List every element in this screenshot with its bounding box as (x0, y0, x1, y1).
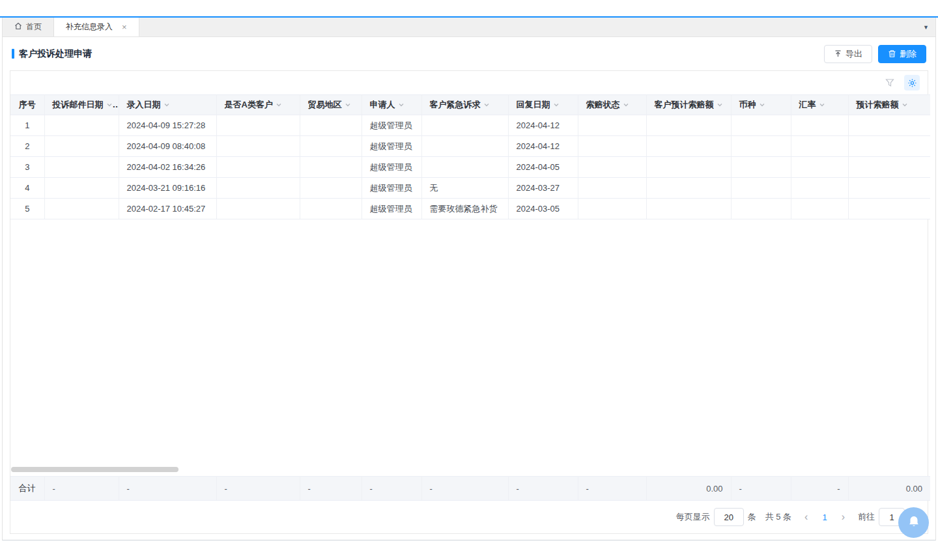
table-cell (731, 136, 791, 157)
table-cell (791, 157, 848, 178)
table-cell: 2024-04-12 (508, 115, 578, 136)
table-panel: 序号投诉邮件日期录入日期是否A类客户贸易地区申请人客户紧急诉求回复日期索赔状态客… (10, 70, 928, 534)
settings-gear-icon[interactable] (904, 75, 920, 91)
tab-active[interactable]: 补充信息录入 × (54, 18, 139, 36)
table-cell (646, 157, 731, 178)
table-cell (731, 178, 791, 199)
table-cell: 1 (10, 115, 44, 136)
home-icon (14, 22, 22, 32)
export-button[interactable]: 导出 (824, 45, 872, 63)
table-cell (848, 115, 930, 136)
per-page-unit: 条 (748, 511, 756, 523)
table-row[interactable]: 22024-04-09 08:40:08超级管理员2024-04-12 (10, 136, 930, 157)
table-wrap: 序号投诉邮件日期录入日期是否A类客户贸易地区申请人客户紧急诉求回复日期索赔状态客… (10, 94, 928, 219)
filter-icon[interactable] (882, 75, 898, 91)
table-cell (216, 157, 300, 178)
table-cell: 超级管理员 (362, 199, 421, 219)
table-cell (578, 199, 646, 219)
per-page-input[interactable] (714, 508, 744, 526)
h-scrollbar-thumb[interactable] (11, 467, 178, 472)
summary-cell: - (119, 477, 216, 501)
table-cell (216, 199, 300, 219)
table-header-cell: 序号 (10, 95, 44, 115)
title-accent-bar (12, 49, 14, 59)
table-cell (731, 199, 791, 219)
table-cell: 4 (10, 178, 44, 199)
table-cell: 2024-04-02 16:34:26 (119, 157, 216, 178)
table-cell: 2024-02-17 10:45:27 (119, 199, 216, 219)
table-header-cell[interactable]: 贸易地区 (300, 95, 362, 115)
table-cell (791, 178, 848, 199)
summary-row: 合计--------0.00--0.00 (10, 477, 930, 501)
sort-caret-icon (759, 102, 765, 108)
table-cell (44, 115, 119, 136)
upload-icon (834, 49, 842, 58)
prev-page-icon[interactable]: ‹ (801, 512, 812, 522)
table-header-cell[interactable]: 是否A类客户 (216, 95, 300, 115)
tab-overflow-caret-icon[interactable]: ▼ (923, 18, 929, 36)
table-cell (646, 178, 731, 199)
tab-close-icon[interactable]: × (122, 23, 127, 31)
pagination: 每页显示 条 共 5 条 ‹ 1 › 前往 页 (10, 501, 928, 533)
notification-fab[interactable] (898, 507, 929, 538)
delete-button[interactable]: 删除 (878, 45, 926, 63)
bottom-strip (0, 540, 938, 560)
table-cell: 无 (421, 178, 508, 199)
sort-caret-icon (902, 102, 908, 108)
table-cell (216, 178, 300, 199)
table-cell (731, 157, 791, 178)
table-cell (300, 157, 362, 178)
table-header-cell[interactable]: 投诉邮件日期 (44, 95, 119, 115)
table-cell: 2024-03-05 (508, 199, 578, 219)
table-cell: 2024-04-09 15:27:28 (119, 115, 216, 136)
sort-caret-icon (276, 102, 282, 108)
sort-caret-icon (398, 102, 405, 108)
table-row[interactable]: 52024-02-17 10:45:27超级管理员需要玫德紧急补货2024-03… (10, 199, 930, 219)
table-cell: 超级管理员 (362, 115, 421, 136)
summary-cell: - (578, 477, 646, 501)
table-cell (848, 199, 930, 219)
summary-cell: - (791, 477, 848, 501)
table-row[interactable]: 32024-04-02 16:34:26超级管理员2024-04-05 (10, 157, 930, 178)
sort-caret-icon (483, 102, 490, 108)
next-page-icon[interactable]: › (838, 512, 849, 522)
table-header-cell[interactable]: 客户预计索赔额 (646, 95, 731, 115)
table-cell: 超级管理员 (362, 178, 421, 199)
page-number-current[interactable]: 1 (816, 512, 833, 522)
table-cell (578, 115, 646, 136)
table-header-cell[interactable]: 回复日期 (508, 95, 578, 115)
table-cell (300, 178, 362, 199)
table-cell (44, 157, 119, 178)
tab-home[interactable]: 首页 (3, 18, 54, 36)
table-cell: 超级管理员 (362, 157, 421, 178)
table-row[interactable]: 12024-04-09 15:27:28超级管理员2024-04-12 (10, 115, 930, 136)
table-empty-area (10, 219, 928, 476)
top-strip (0, 0, 938, 16)
export-label: 导出 (846, 48, 862, 60)
sort-caret-icon (819, 102, 825, 108)
table-cell (421, 157, 508, 178)
tab-home-label: 首页 (26, 21, 42, 33)
table-header-cell[interactable]: 币种 (731, 95, 791, 115)
table-cell: 2 (10, 136, 44, 157)
table-header-cell[interactable]: 客户紧急诉求 (421, 95, 508, 115)
table-header-cell[interactable]: 申请人 (362, 95, 421, 115)
per-page-label: 每页显示 (676, 511, 710, 523)
table-cell (44, 199, 119, 219)
summary-cell: - (362, 477, 421, 501)
table-cell (731, 115, 791, 136)
sort-caret-icon (623, 102, 629, 108)
table-cell: 2024-03-27 (508, 178, 578, 199)
sort-caret-icon (163, 102, 170, 108)
table-header-cell[interactable]: 汇率 (791, 95, 848, 115)
table-cell: 超级管理员 (362, 136, 421, 157)
summary-cell: - (421, 477, 508, 501)
goto-label: 前往 (858, 511, 875, 523)
bell-icon (907, 514, 921, 531)
table-cell (578, 178, 646, 199)
table-header-cell[interactable]: 预计索赔额 (848, 95, 930, 115)
table-header-cell[interactable]: 录入日期 (119, 95, 216, 115)
summary-table: 合计--------0.00--0.00 (10, 476, 930, 501)
table-row[interactable]: 42024-03-21 09:16:16超级管理员无2024-03-27 (10, 178, 930, 199)
table-header-cell[interactable]: 索赔状态 (578, 95, 646, 115)
